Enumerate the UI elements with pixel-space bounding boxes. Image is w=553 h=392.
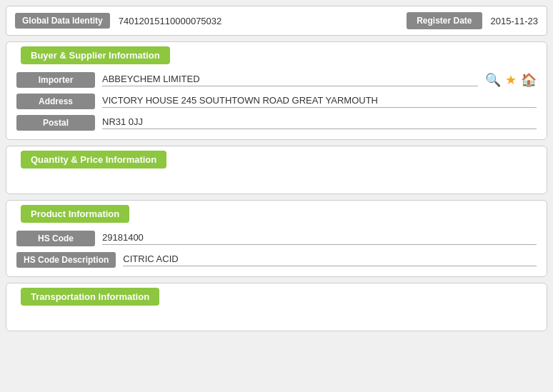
buyer-supplier-card: Buyer & Supplier Information Importer AB… <box>6 41 547 140</box>
register-date-button[interactable]: Register Date <box>407 12 482 29</box>
star-icon[interactable]: ★ <box>505 72 517 88</box>
buyer-supplier-header: Buyer & Supplier Information <box>21 46 170 64</box>
product-card: Product Information HS Code 29181400 HS … <box>6 200 547 277</box>
importer-row: Importer ABBEYCHEM LIMITED 🔍 ★ 🏠 <box>16 72 537 88</box>
postal-value: NR31 0JJ <box>102 116 537 129</box>
hs-code-value: 29181400 <box>102 232 537 245</box>
transportation-card: Transportation Information <box>6 283 547 331</box>
hs-code-row: HS Code 29181400 <box>16 231 537 246</box>
hs-code-desc-row: HS Code Description CITRIC ACID <box>16 252 537 268</box>
transportation-header: Transportation Information <box>21 288 159 306</box>
postal-row: Postal NR31 0JJ <box>16 115 537 131</box>
postal-label: Postal <box>16 115 95 131</box>
importer-label: Importer <box>16 72 95 88</box>
product-content: HS Code 29181400 HS Code Description CIT… <box>6 223 547 276</box>
hs-code-label: HS Code <box>16 231 95 246</box>
buyer-supplier-content: Importer ABBEYCHEM LIMITED 🔍 ★ 🏠 Address… <box>6 65 547 139</box>
search-icon[interactable]: 🔍 <box>485 72 501 88</box>
address-value: VICTORY HOUSE 245 SOUTHTOWN ROAD GREAT Y… <box>102 95 537 108</box>
top-bar: Global Data Identity 7401201511000007503… <box>6 6 547 36</box>
quantity-price-header: Quantity & Price Information <box>21 151 166 169</box>
address-row: Address VICTORY HOUSE 245 SOUTHTOWN ROAD… <box>16 94 537 109</box>
quantity-price-card: Quantity & Price Information <box>6 146 547 194</box>
global-data-identity-label: Global Data Identity <box>15 13 110 29</box>
product-header: Product Information <box>21 205 129 223</box>
importer-value: ABBEYCHEM LIMITED <box>102 74 478 86</box>
hs-code-desc-value: CITRIC ACID <box>123 253 537 266</box>
home-icon[interactable]: 🏠 <box>521 72 537 88</box>
importer-icons: 🔍 ★ 🏠 <box>485 72 537 88</box>
hs-code-desc-label: HS Code Description <box>16 252 116 268</box>
address-label: Address <box>16 94 95 109</box>
register-date-value: 2015-11-23 <box>491 16 539 26</box>
global-data-identity-value: 74012015110000075032 <box>119 16 398 26</box>
